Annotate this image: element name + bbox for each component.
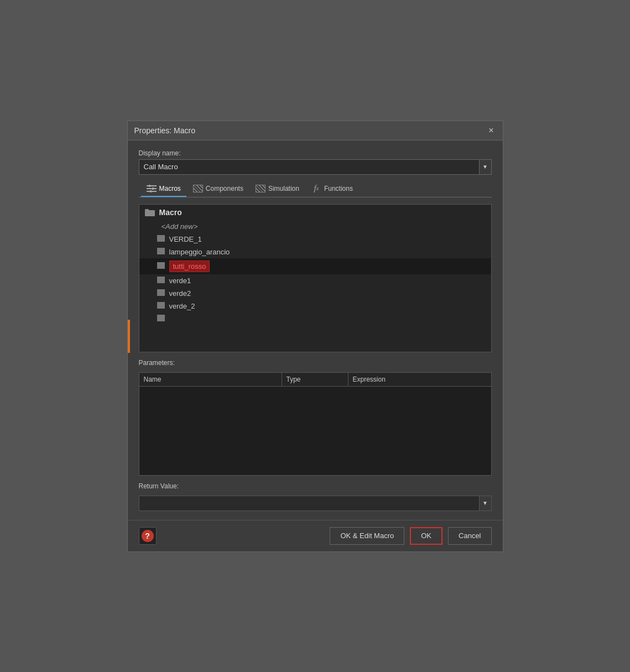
tree-item-add-new[interactable]: <Add new>: [139, 220, 491, 233]
return-value-section: Return Value: ▼: [139, 482, 492, 511]
tree-folder-icon: [145, 208, 155, 217]
svg-rect-7: [145, 209, 149, 211]
svg-rect-8: [157, 235, 165, 242]
svg-rect-10: [157, 262, 165, 269]
params-header: Name Type Expression: [139, 373, 491, 387]
return-value-label: Return Value:: [139, 482, 492, 490]
dialog-title: Properties: Macro: [134, 126, 195, 135]
svg-rect-1: [149, 185, 150, 187]
col-expression: Expression: [348, 373, 491, 386]
tab-macros-label: Macros: [159, 185, 181, 192]
svg-rect-3: [152, 187, 154, 190]
add-new-label: <Add new>: [162, 222, 198, 231]
display-name-label: Display name:: [139, 149, 492, 157]
svg-rect-12: [157, 289, 165, 296]
tab-components[interactable]: Components: [188, 181, 249, 197]
return-value-input[interactable]: [139, 496, 480, 511]
tree-item-label-tutti-rosso: tutti_rosso: [169, 261, 210, 272]
tree-root-label: Macro: [159, 208, 182, 217]
display-name-section: Display name: ▼: [139, 149, 492, 175]
ok-edit-macro-button[interactable]: OK & Edit Macro: [330, 527, 404, 545]
tree-item-partial: [139, 312, 491, 325]
return-value-row: ▼: [139, 496, 492, 511]
macros-icon: [147, 185, 157, 192]
item-icon-tutti-rosso: [157, 262, 165, 270]
svg-rect-5: [150, 190, 152, 192]
item-icon-verde1-item: [157, 235, 165, 243]
svg-rect-9: [157, 248, 165, 254]
display-name-dropdown-btn[interactable]: ▼: [480, 159, 492, 175]
close-button[interactable]: ×: [486, 126, 496, 136]
dialog-footer: ? OK & Edit Macro OK Cancel: [128, 520, 503, 551]
properties-macro-dialog: Properties: Macro × Display name: ▼: [127, 121, 503, 552]
side-accent: [128, 320, 130, 353]
tree-item-label-lampeggio: lampeggio_arancio: [169, 248, 230, 256]
tree-item-verde1-item[interactable]: VERDE_1: [139, 233, 491, 246]
params-table: Name Type Expression: [139, 372, 492, 476]
item-icon-verde1: [157, 277, 165, 285]
tab-components-label: Components: [206, 185, 243, 192]
tree-item-label-verde2: verde2: [169, 289, 191, 298]
ok-button[interactable]: OK: [410, 527, 442, 545]
tab-functions-label: Functions: [324, 185, 353, 192]
fx-icon: fx: [311, 185, 321, 192]
item-icon-verde2: [157, 289, 165, 298]
display-name-input[interactable]: [139, 159, 480, 175]
tree-item-verde1[interactable]: verde1: [139, 274, 491, 287]
dialog-body: Display name: ▼ Macr: [128, 140, 503, 520]
help-button[interactable]: ?: [139, 527, 157, 545]
parameters-section: Parameters: Name Type Expression: [139, 359, 492, 476]
tree-item-label-verde1-item: VERDE_1: [169, 235, 202, 243]
parameters-label: Parameters:: [139, 359, 492, 367]
tab-macros[interactable]: Macros: [141, 181, 186, 197]
col-type: Type: [282, 373, 348, 386]
tabs-bar: Macros Components Simulation fx Function…: [139, 181, 492, 197]
help-icon: ?: [142, 530, 154, 542]
params-body: [139, 387, 491, 475]
tree-header: Macro: [139, 205, 491, 220]
svg-rect-14: [157, 315, 165, 321]
svg-rect-13: [157, 302, 165, 309]
cancel-button[interactable]: Cancel: [448, 527, 491, 545]
tree-item-verde-2[interactable]: verde_2: [139, 300, 491, 312]
title-bar: Properties: Macro ×: [128, 121, 503, 140]
return-value-dropdown-btn[interactable]: ▼: [480, 496, 492, 511]
col-name: Name: [139, 373, 282, 386]
tab-functions[interactable]: fx Functions: [306, 181, 358, 197]
tab-simulation[interactable]: Simulation: [250, 181, 305, 197]
svg-rect-0: [147, 185, 157, 186]
svg-rect-11: [157, 277, 165, 283]
tree-item-label-verde-2: verde_2: [169, 302, 195, 310]
components-icon: [193, 185, 203, 192]
tree-item-lampeggio[interactable]: lampeggio_arancio: [139, 246, 491, 258]
simulation-icon: [256, 185, 265, 192]
display-name-row: ▼: [139, 159, 492, 175]
tree-item-label-verde1: verde1: [169, 277, 191, 285]
item-icon-verde-2: [157, 302, 165, 310]
macro-tree-panel[interactable]: Macro <Add new> VERDE_1 lampeggio_aranci…: [139, 204, 492, 352]
tab-simulation-label: Simulation: [268, 185, 299, 192]
svg-rect-2: [147, 188, 157, 189]
help-question-mark: ?: [145, 532, 150, 540]
item-icon-partial: [157, 315, 165, 323]
tree-item-verde2[interactable]: verde2: [139, 287, 491, 300]
item-icon-lampeggio: [157, 248, 165, 256]
tree-item-tutti-rosso[interactable]: tutti_rosso: [139, 258, 491, 274]
